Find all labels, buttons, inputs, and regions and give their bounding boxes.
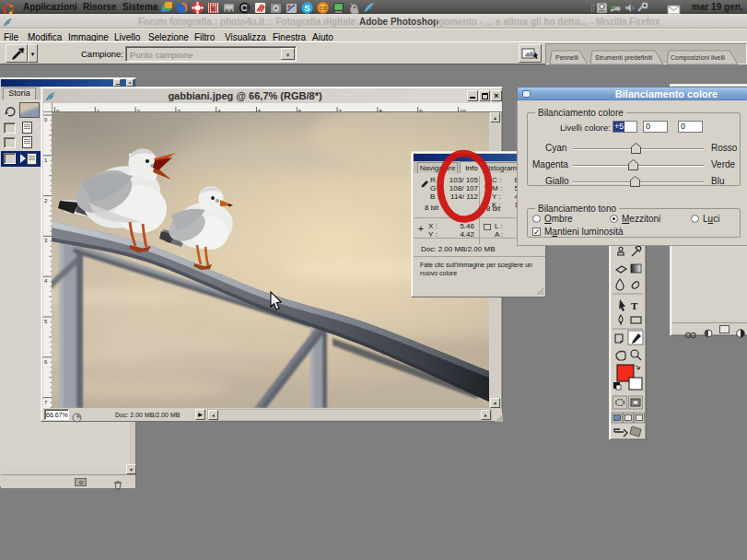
svg-text:S: S xyxy=(304,3,309,13)
svg-text:Strumenti predefiniti: Strumenti predefiniti xyxy=(595,54,653,62)
svg-text:Composizioni livelli: Composizioni livelli xyxy=(671,54,726,62)
svg-text:2: 2 xyxy=(44,198,48,204)
svg-text:5: 5 xyxy=(44,319,48,324)
svg-text:3: 3 xyxy=(44,238,48,243)
svg-text:T: T xyxy=(631,300,638,311)
svg-text:CD: CD xyxy=(320,6,327,11)
svg-text:7: 7 xyxy=(44,400,48,405)
svg-text:1: 1 xyxy=(44,158,48,163)
svg-text:B: B xyxy=(211,6,216,12)
svg-text:0: 0 xyxy=(44,117,48,122)
svg-text:6: 6 xyxy=(44,359,48,365)
svg-text:4: 4 xyxy=(44,278,48,284)
svg-text:Pennelli: Pennelli xyxy=(555,54,578,61)
